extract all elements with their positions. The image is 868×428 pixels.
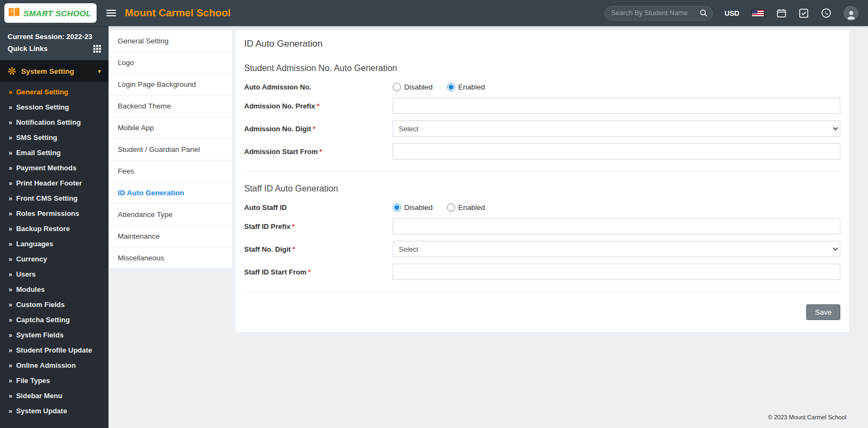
staff-prefix-input[interactable]: [393, 218, 840, 234]
staff-enabled-radio-input[interactable]: [447, 203, 455, 212]
admission-start-label: Admission Start From*: [244, 148, 393, 156]
staff-enabled-radio[interactable]: Enabled: [447, 203, 486, 212]
admission-digit-label: Admission No. Digit*: [244, 125, 393, 133]
page-title: ID Auto Generation: [244, 39, 840, 49]
double-chevron-icon: »: [9, 407, 12, 415]
tab-login-page-background[interactable]: Login Page Background: [109, 74, 232, 95]
double-chevron-icon: »: [9, 392, 12, 400]
double-chevron-icon: »: [9, 119, 12, 126]
tab-logo[interactable]: Logo: [109, 52, 232, 74]
sidebar-item-custom-fields[interactable]: »Custom Fields: [0, 297, 108, 312]
staff-disabled-radio-input[interactable]: [393, 203, 401, 212]
tab-student-guardian-panel[interactable]: Student / Guardian Panel: [109, 139, 232, 161]
double-chevron-icon: »: [9, 316, 12, 324]
settings-tabs-panel: General Setting Logo Login Page Backgrou…: [108, 30, 233, 269]
staff-digit-select[interactable]: Select: [393, 241, 840, 257]
sidebar-item-sidebar-menu[interactable]: »Sidebar Menu: [0, 388, 108, 404]
tab-id-auto-generation[interactable]: ID Auto Generation: [109, 182, 232, 204]
session-block: Current Session: 2022-23 Quick Links: [0, 26, 108, 60]
double-chevron-icon: »: [9, 180, 12, 187]
tab-attendance-type[interactable]: Attendance Type: [109, 204, 232, 226]
tab-maintenance[interactable]: Maintenance: [109, 226, 232, 247]
double-chevron-icon: »: [9, 271, 12, 278]
double-chevron-icon: »: [9, 149, 12, 157]
search-input[interactable]: [611, 9, 699, 17]
tab-miscellaneous[interactable]: Miscellaneous: [109, 247, 232, 269]
student-section-title: Student Admission No. Auto Generation: [244, 63, 840, 73]
currency-selector[interactable]: USD: [725, 9, 739, 17]
double-chevron-icon: »: [9, 240, 12, 248]
auto-staff-label: Auto Staff ID: [244, 203, 393, 212]
double-chevron-icon: »: [9, 88, 12, 96]
brand-name: SMART SCHOOL: [23, 9, 91, 18]
staff-prefix-row: Staff ID Prefix*: [244, 218, 840, 234]
sidebar-item-users[interactable]: »Users: [0, 267, 108, 282]
double-chevron-icon: »: [9, 164, 12, 172]
required-marker: *: [292, 222, 295, 231]
sidebar-item-payment-methods[interactable]: »Payment Methods: [0, 161, 108, 176]
us-flag-icon[interactable]: [751, 9, 764, 17]
admission-enabled-radio[interactable]: Enabled: [447, 83, 486, 91]
sidebar-item-system-update[interactable]: »System Update: [0, 404, 108, 419]
sidebar-item-system-setting[interactable]: System Setting ▾: [0, 60, 108, 82]
staff-start-row: Staff ID Start From*: [244, 264, 840, 280]
sidebar-item-file-types[interactable]: »File Types: [0, 373, 108, 388]
whatsapp-icon[interactable]: [821, 8, 832, 18]
quick-links-grid-icon[interactable]: [93, 45, 101, 53]
sidebar-item-general-setting[interactable]: »General Setting: [0, 85, 108, 100]
staff-disabled-radio[interactable]: Disabled: [393, 203, 433, 212]
school-name: Mount Carmel School: [125, 7, 231, 19]
admission-prefix-row: Admission No. Prefix*: [244, 98, 840, 114]
topbar: SMART SCHOOL Mount Carmel School USD: [0, 0, 868, 26]
search-icon[interactable]: [699, 9, 708, 17]
tab-backend-theme[interactable]: Backend Theme: [109, 95, 232, 117]
required-marker: *: [317, 102, 320, 110]
student-search[interactable]: [604, 6, 713, 21]
staff-start-input[interactable]: [393, 264, 840, 280]
book-icon: [8, 7, 21, 19]
sidebar-item-print-header-footer[interactable]: »Print Header Footer: [0, 176, 108, 191]
sidebar-item-sms-setting[interactable]: »SMS Setting: [0, 130, 108, 145]
sidebar-item-session-setting[interactable]: »Session Setting: [0, 100, 108, 115]
double-chevron-icon: »: [9, 362, 12, 369]
admission-enabled-radio-input[interactable]: [447, 83, 455, 91]
smart-school-logo[interactable]: SMART SCHOOL: [4, 3, 97, 23]
current-session-label: Current Session: 2022-23: [8, 31, 101, 43]
system-setting-label: System Setting: [21, 67, 93, 75]
double-chevron-icon: »: [9, 347, 12, 354]
required-marker: *: [320, 148, 322, 156]
sidebar-item-roles-permissions[interactable]: »Roles Permissions: [0, 206, 108, 221]
topbar-actions: USD: [604, 6, 868, 21]
sidebar-item-system-fields[interactable]: »System Fields: [0, 328, 108, 343]
sidebar-item-email-setting[interactable]: »Email Setting: [0, 145, 108, 161]
sidebar-item-backup-restore[interactable]: »Backup Restore: [0, 221, 108, 237]
admission-prefix-input[interactable]: [393, 98, 840, 114]
admission-disabled-radio-input[interactable]: [393, 83, 401, 91]
user-avatar[interactable]: [844, 6, 858, 21]
save-button[interactable]: Save: [806, 304, 840, 320]
footer-copyright: © 2023 Mount Carmel School: [768, 414, 846, 420]
sidebar-item-currency[interactable]: »Currency: [0, 252, 108, 267]
sidebar-item-languages[interactable]: »Languages: [0, 237, 108, 252]
admission-disabled-radio[interactable]: Disabled: [393, 83, 433, 91]
admission-start-input[interactable]: [393, 143, 840, 159]
task-check-icon[interactable]: [799, 8, 809, 18]
sidebar-item-notification-setting[interactable]: »Notification Setting: [0, 115, 108, 130]
double-chevron-icon: »: [9, 286, 12, 293]
sidebar-item-modules[interactable]: »Modules: [0, 282, 108, 297]
tab-mobile-app[interactable]: Mobile App: [109, 117, 232, 139]
calendar-icon[interactable]: [776, 8, 787, 18]
sidebar-item-online-admission[interactable]: »Online Admission: [0, 358, 108, 373]
hamburger-menu-icon[interactable]: [106, 8, 116, 18]
admission-digit-select[interactable]: Select: [393, 120, 840, 137]
sidebar-item-student-profile-update[interactable]: »Student Profile Update: [0, 343, 108, 358]
tab-fees[interactable]: Fees: [109, 161, 232, 182]
tab-general-setting[interactable]: General Setting: [109, 30, 232, 52]
sidebar-item-captcha-setting[interactable]: »Captcha Setting: [0, 312, 108, 328]
required-marker: *: [308, 268, 311, 276]
admission-digit-row: Admission No. Digit* Select: [244, 120, 840, 137]
staff-digit-row: Staff No. Digit* Select: [244, 241, 840, 257]
sidebar-item-front-cms-setting[interactable]: »Front CMS Setting: [0, 191, 108, 206]
section-divider: [244, 171, 840, 172]
staff-section-title: Staff ID Auto Generation: [244, 184, 840, 194]
